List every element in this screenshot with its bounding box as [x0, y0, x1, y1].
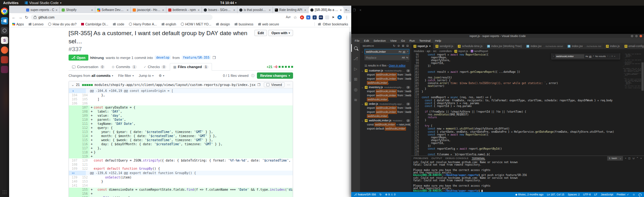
result-match-row[interactable]: export default webhookLimiter — [360, 127, 411, 131]
focused-app-menu[interactable]: Visual Studio Code ▾ — [22, 1, 64, 5]
address-bar[interactable]: github.com — [31, 14, 213, 20]
pr-tab-checks[interactable]: ✓Checks 0 — [140, 63, 170, 71]
maximize-panel-icon[interactable]: ⌃ — [636, 157, 639, 160]
new-terminal-icon[interactable]: + — [625, 157, 626, 160]
pr-tab-commits[interactable]: ⊙Commits 1 — [108, 63, 140, 71]
panel-tab-debug-console[interactable]: DEBUG CONSOLE — [446, 157, 469, 160]
editor-tab[interactable]: JS email-config.js — [622, 43, 644, 49]
browser-tab[interactable]: super-reports - C × — [24, 7, 60, 13]
translate-icon[interactable]: A⇄ — [286, 16, 291, 19]
find-next-icon[interactable]: ↓ — [609, 55, 610, 58]
diff-line[interactable]: 111 + tagName: 'DAY Date', — [69, 122, 293, 126]
indentation[interactable]: Spaces: 2 — [568, 193, 580, 196]
toggle-replace-icon[interactable]: ⌄ — [361, 50, 364, 53]
replace-all-icon[interactable]: ⇆ — [406, 56, 408, 59]
diff-line[interactable]: 107 + const queryDayDate = { — [69, 105, 293, 109]
split-terminal-icon[interactable]: ◫ — [628, 157, 631, 160]
browser-tab[interactable]: Issues - SGrondin × — [202, 7, 237, 13]
branch-indicator[interactable]: ⎇feature/SR-356 — [354, 193, 376, 196]
diff-line[interactable]: 140 153 } — [69, 179, 293, 184]
activity-run-debug-icon[interactable]: ▷ — [351, 66, 360, 72]
jump-to-dropdown[interactable]: Jump to ▾ — [139, 74, 153, 77]
close-button[interactable]: × — [359, 8, 361, 12]
file-menu-icon[interactable]: ··· — [287, 83, 291, 87]
result-match-row[interactable]: import webhookLimiter from './webhookLim… — [360, 110, 411, 114]
diff-line[interactable]: 155 + const dimensionDate = customReport… — [69, 188, 293, 192]
bookmark-item[interactable]: HOW I MET YO... — [181, 22, 211, 26]
editor-tab[interactable]: JS index.jsx …/schedule-list — [565, 43, 604, 49]
extension-adblock-icon[interactable]: A — [300, 15, 304, 19]
result-match-row[interactable]: import webhookLimiter from './webhookLim… — [360, 106, 411, 110]
tab-close-icon[interactable]: × — [56, 8, 58, 12]
menu-run[interactable]: Run — [407, 39, 417, 42]
info-icon[interactable]: ⓘ — [251, 73, 254, 78]
browser-tab[interactable]: bottleneck - npm × — [166, 7, 202, 13]
diff-line[interactable]: 108 121 — [69, 162, 293, 167]
terminal-output[interactable]: ssh: Could not resolve hostname github.c… — [411, 161, 644, 192]
breadcrumb-item[interactable]: controllers — [439, 50, 452, 53]
refresh-icon[interactable]: ↻ — [393, 44, 396, 47]
menu-terminal[interactable]: Terminal — [417, 39, 433, 42]
activity-docker-icon[interactable]: ≋ — [351, 97, 360, 103]
diff-line[interactable]: 156 + — [69, 192, 293, 196]
match-case-icon[interactable]: Aa — [586, 55, 588, 57]
result-file-row[interactable]: ⌄ JS order.js modules/shopify-app/src/se… — [360, 102, 411, 106]
editor-tab[interactable]: JS index.jsx …/schedule-detail — [524, 43, 565, 49]
result-match-row[interactable]: import webhookLimiter from './webhookLim… — [360, 93, 411, 98]
language-mode[interactable]: JavaScript — [601, 193, 613, 196]
activity-search-icon[interactable] — [351, 45, 360, 51]
whole-word-icon[interactable]: ab — [403, 50, 405, 53]
clock[interactable]: T4 10:44 — [220, 1, 236, 5]
dock-icon-slack[interactable] — [1, 37, 8, 44]
collapse-all-icon[interactable]: ⊟ — [406, 44, 409, 47]
kill-terminal-icon[interactable]: ⊔ — [632, 157, 634, 160]
minimize-button[interactable]: – — [347, 8, 349, 12]
expand-diff-icon[interactable]: ↥ — [69, 88, 77, 93]
breadcrumb-item[interactable]: modules — [414, 50, 424, 53]
bookmark-item[interactable]: bussiness — [235, 22, 253, 26]
bookmark-item[interactable]: How do you do? — [48, 22, 76, 26]
copy-path-icon[interactable]: ❐ — [258, 83, 260, 87]
tab-close-icon[interactable]: × — [162, 8, 164, 12]
close-find-icon[interactable]: × — [614, 55, 615, 58]
result-file-row[interactable]: ⌄ JS webhookLimiter.js modules/shopify-a… — [360, 118, 411, 123]
breadcrumb-item[interactable]: sendReport — [474, 50, 488, 53]
diff-line[interactable]: 118 + } — [69, 150, 293, 154]
editor-scrollbar[interactable] — [641, 53, 644, 156]
scrollbar-thumb[interactable] — [641, 62, 644, 91]
diff-line[interactable]: 139 152 onSelect(item) — [69, 175, 293, 179]
dock-icon-graphics-app[interactable] — [1, 66, 8, 73]
menu-selection[interactable]: Selection — [371, 39, 388, 42]
activity-test-icon[interactable]: ◎ — [351, 86, 360, 93]
activity-source-control-icon[interactable]: ⎇ — [351, 55, 360, 61]
breadcrumb-item[interactable]: report.js — [458, 50, 468, 53]
result-match-row[interactable]: const webhookLimiter = rateLimit( — [360, 123, 411, 127]
find-input[interactable]: webhookLimiter — [555, 54, 584, 58]
viewed-checkbox[interactable]: Viewed — [264, 82, 284, 87]
diff-line[interactable]: 110 + parent: 'Date', — [69, 118, 293, 122]
editor-tab[interactable]: JS index.js — [604, 43, 622, 49]
page-scrollbar[interactable] — [349, 27, 351, 197]
find-in-selection-icon[interactable]: ≡ — [611, 55, 613, 58]
match-case-icon[interactable]: Aa — [398, 50, 401, 53]
code-editor[interactable]: 96 const report = await new ReportServic… — [411, 53, 623, 156]
dock-icon-vscode[interactable] — [1, 17, 8, 24]
bookmark-item[interactable]: Apps — [12, 22, 24, 26]
minimize-button[interactable] — [631, 35, 633, 37]
activities-button[interactable]: Activities — [0, 1, 22, 5]
prettier-status[interactable]: Prettier: ✓ — [617, 193, 629, 196]
diff-line[interactable]: 141 154 — [69, 184, 293, 188]
bookmark-item[interactable]: code — [113, 22, 124, 26]
diff-settings-dropdown[interactable]: ⚙ ▾ — [158, 74, 164, 78]
breadcrumb-item[interactable]: api — [427, 50, 430, 53]
menu-go[interactable]: Go — [399, 39, 407, 42]
diff-line[interactable]: 107 120 const defaultQuery = JSON.string… — [69, 158, 293, 162]
extension-jira-icon[interactable]: J — [313, 15, 317, 19]
result-match-row[interactable]: webhookLimiter, — [360, 81, 411, 85]
maximize-button[interactable] — [635, 35, 638, 37]
browser-tab[interactable]: javascript - How t × — [131, 7, 166, 13]
diff-line[interactable]: 109 + value: 'day', — [69, 114, 293, 118]
bookmark-star-icon[interactable]: ☆ — [293, 15, 297, 19]
pr-author[interactable]: hhtrung — [90, 56, 104, 60]
notifications-icon[interactable] — [639, 194, 641, 196]
